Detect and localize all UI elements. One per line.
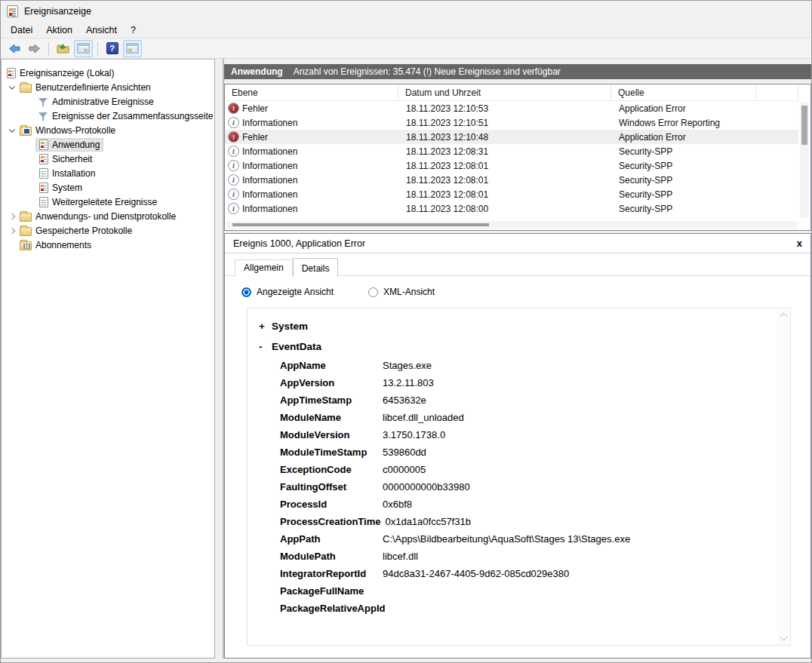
event-level-icon	[229, 132, 238, 142]
column-headers: Ebene Datum und Uhrzeit Quelle	[225, 84, 798, 101]
scroll-down-icon[interactable]	[780, 634, 787, 641]
event-row[interactable]: Informationen 18.11.2023 12:08:01 Securi…	[225, 158, 798, 173]
menu-item[interactable]: Aktion	[39, 23, 79, 38]
details-tab[interactable]: Allgemein	[235, 259, 293, 276]
event-row[interactable]: Fehler 18.11.2023 12:10:53 Application E…	[225, 101, 798, 115]
help-button[interactable]: ?	[103, 40, 121, 57]
event-data-value: 0x6bf8	[383, 499, 412, 510]
tree-item[interactable]: Weitergeleitete Ereignisse	[2, 195, 214, 209]
tree-item-label: Anwendung	[52, 140, 100, 150]
event-data-row: PackageFullName	[248, 582, 772, 600]
menu-item[interactable]: ?	[124, 23, 143, 38]
event-data-row: ProcessCreationTime 0x1da1a0fcc57f31b	[248, 513, 772, 530]
tree-item[interactable]: Anwendung	[2, 137, 214, 152]
tree-item[interactable]: Ereignisse der Zusammenfassungsseite	[2, 109, 214, 123]
tree-item[interactable]: Anwendungs- und Dienstprotokolle	[2, 209, 214, 223]
tree-item-label: Gespeicherte Protokolle	[35, 226, 132, 236]
event-data-value: 0x1da1a0fcc57f31b	[385, 516, 470, 527]
details-scrollbar[interactable]	[777, 309, 789, 644]
event-data-label: IntegratorReportId	[280, 568, 383, 579]
tree-item[interactable]: Gespeicherte Protokolle	[2, 223, 214, 238]
event-datetime: 18.11.2023 12:08:01	[398, 173, 611, 187]
column-header-datetime[interactable]: Datum und Uhrzeit	[398, 84, 611, 100]
tree-chevron-icon[interactable]	[6, 229, 18, 233]
event-row[interactable]: Fehler 18.11.2023 12:10:48 Application E…	[225, 130, 798, 144]
event-data-value: 3.1750.1738.0	[383, 429, 445, 440]
event-level-icon	[229, 118, 238, 127]
scrollbar-thumb[interactable]	[232, 223, 489, 226]
event-datetime: 18.11.2023 12:10:48	[398, 130, 611, 144]
event-data-label: ProcessCreationTime	[280, 516, 385, 527]
tree-item-icon	[39, 168, 48, 179]
tree-chevron-icon[interactable]	[6, 214, 18, 219]
event-data-value: 6453632e	[383, 394, 426, 406]
event-data-row: FaultingOffset 0000000000b33980	[248, 478, 772, 496]
radio-button-icon[interactable]	[368, 287, 378, 297]
expand-collapse-toggle[interactable]: +	[259, 321, 272, 332]
event-row[interactable]: Informationen 18.11.2023 12:10:51 Window…	[225, 115, 798, 130]
column-header-source[interactable]: Quelle	[611, 84, 756, 100]
event-row[interactable]: Informationen 18.11.2023 12:08:00 Securi…	[225, 201, 798, 216]
tree-chevron-icon[interactable]	[6, 85, 18, 90]
event-list-vertical-scrollbar[interactable]	[800, 102, 809, 218]
event-level-icon	[229, 204, 238, 213]
toolbar-separator	[48, 42, 49, 55]
event-level: Informationen	[242, 189, 297, 200]
scroll-up-icon[interactable]	[780, 313, 787, 321]
event-data-value: Stages.exe	[383, 360, 432, 371]
console-tree-toggle[interactable]	[74, 40, 93, 57]
event-data-label: PackageFullName	[280, 585, 383, 597]
tree-item-icon	[39, 183, 48, 193]
tree-item[interactable]: Sicherheit	[2, 152, 214, 166]
tree-item[interactable]: System	[2, 180, 214, 195]
view-option[interactable]: XML-Ansicht	[368, 287, 435, 297]
event-list-horizontal-scrollbar[interactable]	[226, 221, 797, 229]
event-data-rows: + System - EventData	[248, 316, 772, 617]
tree-item-label: Sicherheit	[52, 154, 92, 164]
pane-splitter[interactable]	[215, 59, 224, 658]
event-data-label: System	[272, 321, 312, 332]
column-header-level[interactable]: Ebene	[225, 84, 398, 100]
event-data-row: ExceptionCode c0000005	[248, 461, 772, 478]
event-datetime: 18.11.2023 12:08:00	[398, 201, 611, 216]
view-option[interactable]: Angezeigte Ansicht	[241, 287, 334, 297]
tree-item-label: Installation	[52, 168, 95, 179]
event-data-value: 94dc8a31-2467-4405-9d62-085cd029e380	[383, 568, 569, 579]
menu-item[interactable]: Datei	[4, 23, 39, 38]
tree-item[interactable]: Ereignisanzeige (Lokal)	[2, 66, 214, 80]
event-data-label: PackageRelativeAppId	[280, 603, 389, 614]
tree-chevron-icon[interactable]	[6, 128, 18, 133]
tree-item-icon	[20, 127, 32, 136]
scrollbar-thumb[interactable]	[801, 106, 807, 145]
menu-item[interactable]: Ansicht	[79, 23, 124, 38]
tree-item[interactable]: Windows-Protokolle	[2, 123, 214, 137]
tree-item-icon	[39, 140, 48, 150]
event-data-row: ModuleTimeStamp 539860dd	[248, 444, 772, 461]
details-title: Ereignis 1000, Application Error	[233, 238, 365, 249]
details-tabs: Allgemein Details	[225, 253, 810, 276]
forward-button[interactable]	[25, 40, 44, 57]
tree-item-label: Abonnements	[35, 240, 91, 250]
tree-item[interactable]: Abonnements	[2, 238, 214, 252]
column-header-extra[interactable]	[756, 84, 798, 100]
tree-item-label: Anwendungs- und Dienstprotokolle	[35, 211, 176, 222]
event-source: Windows Error Reporting	[611, 115, 756, 130]
open-saved-log-button[interactable]	[54, 40, 72, 57]
event-list: Ebene Datum und Uhrzeit Quelle Fehler 18…	[224, 84, 811, 231]
radio-button-icon[interactable]	[241, 287, 251, 297]
console-tree: Ereignisanzeige (Lokal) Benutzerdefinier…	[1, 59, 215, 658]
action-pane-window-icon	[126, 43, 139, 54]
tree-item[interactable]: Installation	[2, 166, 214, 180]
tree-item[interactable]: Administrative Ereignisse	[2, 94, 214, 109]
event-row[interactable]: Informationen 18.11.2023 12:08:01 Securi…	[225, 173, 798, 187]
action-pane-toggle[interactable]	[123, 40, 142, 57]
tree-item[interactable]: Benutzerdefinierte Ansichten	[2, 80, 214, 94]
expand-collapse-toggle[interactable]: -	[259, 341, 272, 352]
event-row[interactable]: Informationen 18.11.2023 12:08:31 Securi…	[225, 144, 798, 158]
back-button[interactable]	[5, 40, 23, 57]
details-tab[interactable]: Details	[293, 258, 339, 277]
event-row[interactable]: Informationen 18.11.2023 12:08:01 Securi…	[225, 187, 798, 201]
close-icon[interactable]: x	[797, 238, 802, 249]
help-icon: ?	[106, 42, 118, 54]
event-data-row: - EventData	[248, 336, 772, 357]
